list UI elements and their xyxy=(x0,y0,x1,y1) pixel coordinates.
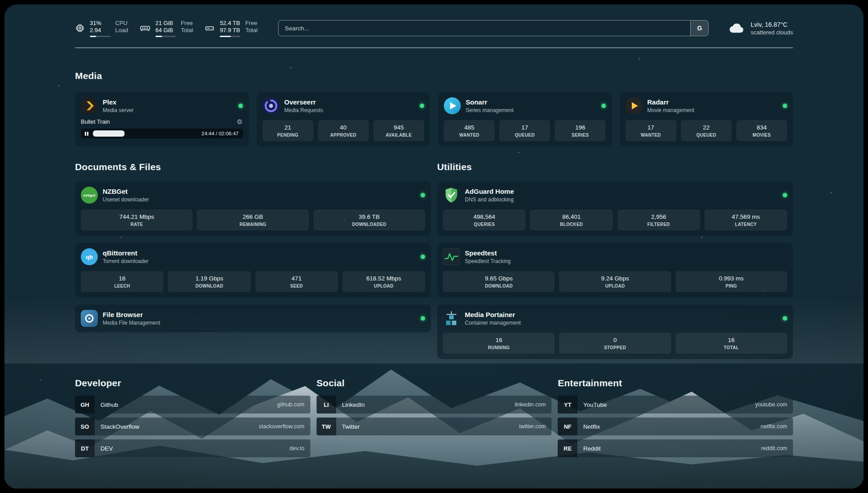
stat-tile: 471SEED xyxy=(255,271,338,292)
bookmark-group-developer: Developer GH Github github.com SO StackO… xyxy=(75,359,310,457)
search-input[interactable] xyxy=(279,21,690,36)
qbittorrent-icon: qb xyxy=(81,248,98,265)
stat-tile: 16LEECH xyxy=(81,271,163,292)
stat-tile: 17QUEUED xyxy=(499,120,550,141)
bookmark-name: Twitter xyxy=(342,423,360,430)
card-head: Speedtest Speedtest Tracking xyxy=(443,248,787,265)
app-subtitle: Usenet downloader xyxy=(103,196,416,203)
disk-icon xyxy=(204,23,215,33)
card-overseerr[interactable]: Overseerr Media Requests 21PENDING 40APP… xyxy=(257,92,430,146)
card-head: Radarr Movie management xyxy=(626,97,788,114)
gear-icon[interactable]: ⚙ xyxy=(237,118,242,125)
section-title-media: Media xyxy=(75,71,793,81)
bookmark-linkedin[interactable]: LI LinkedIn linkedin.com xyxy=(317,396,552,414)
section-title-social: Social xyxy=(317,378,552,389)
memory-bar xyxy=(155,36,176,37)
app-subtitle: Media server xyxy=(103,107,234,114)
app-subtitle: Media Requests xyxy=(284,107,415,114)
card-head: AdGuard Home DNS and adblocking xyxy=(443,187,787,204)
card-head: Sonarr Series management xyxy=(444,97,606,114)
disk-widget: 52.4 TB 97.9 TB Free Total xyxy=(204,20,257,37)
app-subtitle: Container management xyxy=(465,319,778,326)
section-title-documents: Documents & Files xyxy=(75,162,431,172)
bookmark-abbr: YT xyxy=(558,396,577,414)
stat-tile: 2,956FILTERED xyxy=(618,209,700,230)
memory-total: 64 GiB xyxy=(155,27,176,34)
bookmark-stackoverflow[interactable]: SO StackOverflow stackoverflow.com xyxy=(75,418,310,435)
stats-row: 744.21 MbpsRATE 266 GBREMAINING 39.6 TBD… xyxy=(81,209,425,230)
bookmark-youtube[interactable]: YT YouTube youtube.com xyxy=(558,396,793,414)
card-radarr[interactable]: Radarr Movie management 17WANTED 22QUEUE… xyxy=(620,92,793,146)
stat-tile: 16RUNNING xyxy=(443,333,555,354)
card-sonarr[interactable]: Sonarr Series management 485WANTED 17QUE… xyxy=(438,92,612,146)
weather-location-temp: Lviv, 16.87°C xyxy=(751,21,793,29)
disk-total: 97.9 TB xyxy=(220,27,240,34)
app-name: AdGuard Home xyxy=(465,187,778,196)
portainer-icon xyxy=(443,310,460,327)
bookmark-url: linkedin.com xyxy=(515,401,546,408)
card-qbittorrent[interactable]: qb qBittorrent Torrent downloader 16LEEC… xyxy=(75,243,431,297)
bookmark-netflix[interactable]: NF Netflix netflix.com xyxy=(558,418,793,435)
cpu-labels: CPU Load xyxy=(115,20,128,37)
card-nzbget[interactable]: nzbget NZBGet Usenet downloader 744.21 M… xyxy=(75,181,431,236)
media-grid: Plex Media server Bullet Train ⚙ 24:44 /… xyxy=(75,92,793,146)
app-subtitle: Speedtest Tracking xyxy=(465,258,787,265)
cpu-percent: 31% xyxy=(90,20,110,27)
nzbget-icon: nzbget xyxy=(81,187,98,204)
app-subtitle: Movie management xyxy=(647,107,778,114)
app-name: File Browser xyxy=(103,310,416,319)
bookmark-abbr: GH xyxy=(75,396,95,414)
bookmark-name: Netflix xyxy=(583,423,600,430)
stat-tile: 21PENDING xyxy=(263,120,313,141)
section-title-developer: Developer xyxy=(75,378,310,389)
app-subtitle: DNS and adblocking xyxy=(465,196,778,203)
app-name: Overseerr xyxy=(284,98,415,106)
bookmark-name: LinkedIn xyxy=(342,401,365,408)
dashboard-content: 31% 2.94 CPU Load 21 GiB 64 GiB xyxy=(4,4,864,489)
stat-tile: 86,401BLOCKED xyxy=(530,209,613,230)
speedtest-icon xyxy=(443,248,460,265)
stats-row: 498,564QUERIES 86,401BLOCKED 2,956FILTER… xyxy=(443,209,787,230)
disk-labels: Free Total xyxy=(245,20,257,37)
stats-row: 16LEECH 1.19 GbpsDOWNLOAD 471SEED 618.52… xyxy=(81,271,425,292)
memory-free: 21 GiB xyxy=(155,20,176,27)
status-dot xyxy=(421,316,425,321)
search-engine-button[interactable]: G xyxy=(690,21,708,36)
bookmark-abbr: RE xyxy=(558,439,577,457)
section-title-entertainment: Entertainment xyxy=(558,378,793,389)
cpu-load: 2.94 xyxy=(90,27,110,34)
card-head: qb qBittorrent Torrent downloader xyxy=(81,248,425,265)
bookmark-github[interactable]: GH Github github.com xyxy=(75,396,310,414)
bookmark-dev[interactable]: DT DEV dev.to xyxy=(75,439,310,457)
bookmark-url: reddit.com xyxy=(761,445,787,451)
app-subtitle: Torrent downloader xyxy=(103,258,416,265)
card-filebrowser[interactable]: File Browser Media File Management xyxy=(75,305,431,332)
pause-icon[interactable] xyxy=(85,132,88,136)
bookmark-name: Github xyxy=(100,401,118,408)
stat-tile: 945AVAILABLE xyxy=(373,120,424,141)
bookmark-reddit[interactable]: RE Reddit reddit.com xyxy=(558,439,793,457)
card-adguard[interactable]: AdGuard Home DNS and adblocking 498,564Q… xyxy=(437,181,793,236)
plex-progress-bar[interactable]: 24:44 / 02:06:47 xyxy=(81,129,243,138)
stat-tile: 266 GBREMAINING xyxy=(197,209,309,230)
stat-tile: 0STOPPED xyxy=(559,333,671,354)
bookmark-name: DEV xyxy=(100,445,113,452)
stat-tile: 744.21 MbpsRATE xyxy=(81,209,192,230)
bookmark-url: youtube.com xyxy=(755,401,787,408)
card-plex[interactable]: Plex Media server Bullet Train ⚙ 24:44 /… xyxy=(75,92,249,146)
card-speedtest[interactable]: Speedtest Speedtest Tracking 9.65 GbpsDO… xyxy=(437,243,793,297)
bookmark-name: Reddit xyxy=(583,445,601,452)
overseerr-icon xyxy=(263,97,280,114)
status-dot xyxy=(421,193,425,197)
bookmark-url: netflix.com xyxy=(760,423,787,430)
stat-tile: 196SERIES xyxy=(555,120,605,141)
card-portainer[interactable]: Media Portainer Container management 16R… xyxy=(437,305,793,359)
card-head: Media Portainer Container management xyxy=(443,310,787,327)
stat-tile: 16TOTAL xyxy=(676,333,787,354)
sonarr-icon xyxy=(444,97,461,114)
plex-icon xyxy=(81,97,98,114)
bookmark-abbr: LI xyxy=(317,396,336,414)
app-name: Speedtest xyxy=(465,249,787,257)
memory-labels: Free Total xyxy=(181,20,193,37)
bookmark-twitter[interactable]: TW Twitter twitter.com xyxy=(317,418,552,435)
